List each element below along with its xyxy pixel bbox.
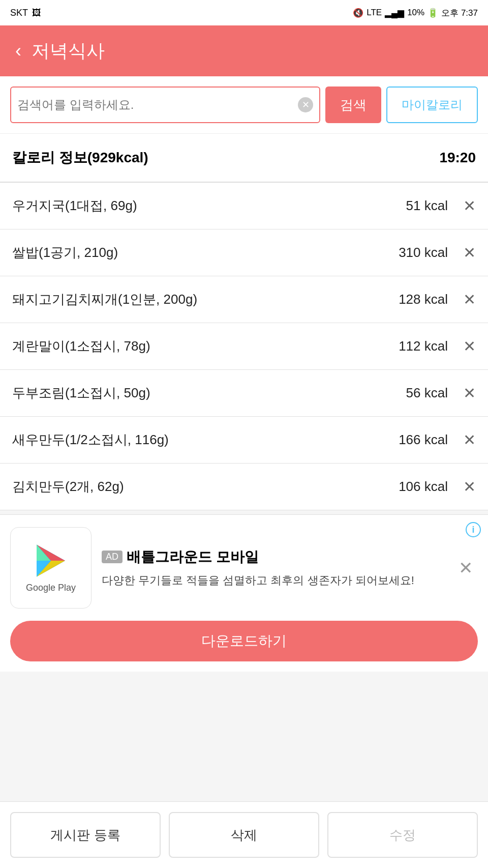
calorie-title: 칼로리 정보(929kcal) [12,148,148,167]
ad-content: Google Play AD 배틀그라운드 모바일 다양한 무기들로 적들을 섬… [0,515,488,621]
ad-description: 다양한 무기들로 적들을 섬멸하고 최후의 생존자가 되어보세요! [102,572,438,589]
food-item-name: 김치만두(2개, 62g) [12,478,387,496]
signal-label: LTE [367,8,382,18]
food-item-remove-button[interactable]: ✕ [463,244,476,262]
page-title: 저녁식사 [32,39,105,64]
food-item-kcal: 128 kcal [387,292,448,307]
food-item-name: 쌀밥(1공기, 210g) [12,244,387,262]
ad-text-section: AD 배틀그라운드 모바일 다양한 무기들로 적들을 섬멸하고 최후의 생존자가… [102,547,438,589]
carrier-label: SKT [10,8,28,18]
food-item-remove-button[interactable]: ✕ [463,384,476,402]
ad-section: i Google Play [0,514,488,672]
food-item-name: 계란말이(1소접시, 78g) [12,337,387,355]
image-icon: 🖼 [32,8,41,18]
food-item: 계란말이(1소접시, 78g) 112 kcal ✕ [0,323,488,370]
food-item: 쌀밥(1공기, 210g) 310 kcal ✕ [0,229,488,276]
food-item: 새우만두(1/2소접시, 116g) 166 kcal ✕ [0,417,488,464]
food-item: 돼지고기김치찌개(1인분, 200g) 128 kcal ✕ [0,276,488,323]
food-item-kcal: 51 kcal [387,198,448,214]
google-play-label: Google Play [26,583,76,593]
download-button[interactable]: 다운로드하기 [10,621,478,661]
edit-button[interactable]: 수정 [327,812,478,858]
food-item: 두부조림(1소접시, 50g) 56 kcal ✕ [0,370,488,417]
download-section: 다운로드하기 [0,621,488,672]
google-play-icon [33,543,69,578]
food-item-name: 새우만두(1/2소접시, 116g) [12,431,387,449]
food-item-name: 우거지국(1대접, 69g) [12,197,387,215]
search-input-wrapper: ✕ [10,86,320,123]
battery-icon: 🔋 [428,8,438,18]
search-section: ✕ 검색 마이칼로리 [0,76,488,134]
ad-close-button[interactable]: ✕ [453,553,478,583]
food-item-kcal: 56 kcal [387,385,448,401]
ad-badge: AD [102,551,123,563]
mute-icon: 🔇 [353,8,363,18]
status-right: 🔇 LTE ▂▄▆ 10% 🔋 오후 7:37 [353,7,478,19]
calorie-header: 칼로리 정보(929kcal) 19:20 [0,134,488,183]
bottom-buttons: 게시판 등록 삭제 수정 [0,801,488,868]
status-bar: SKT 🖼 🔇 LTE ▂▄▆ 10% 🔋 오후 7:37 [0,0,488,25]
search-button[interactable]: 검색 [325,86,381,123]
food-item: 김치만두(2개, 62g) 106 kcal ✕ [0,464,488,510]
food-item: 우거지국(1대접, 69g) 51 kcal ✕ [0,183,488,229]
post-button[interactable]: 게시판 등록 [10,812,161,858]
battery-label: 10% [407,8,424,18]
food-item-kcal: 310 kcal [387,245,448,261]
food-item-remove-button[interactable]: ✕ [463,337,476,355]
clear-icon[interactable]: ✕ [298,97,313,112]
header: ‹ 저녁식사 [0,25,488,76]
ad-info-icon[interactable]: i [466,522,481,537]
calorie-time: 19:20 [439,150,476,166]
signal-bars: ▂▄▆ [385,8,404,18]
food-item-remove-button[interactable]: ✕ [463,291,476,308]
food-item-kcal: 166 kcal [387,432,448,448]
time-label: 오후 7:37 [441,7,478,19]
food-item-remove-button[interactable]: ✕ [463,431,476,449]
back-button[interactable]: ‹ [15,40,21,62]
food-item-remove-button[interactable]: ✕ [463,197,476,215]
food-list: 우거지국(1대접, 69g) 51 kcal ✕ 쌀밥(1공기, 210g) 3… [0,183,488,510]
food-item-kcal: 106 kcal [387,479,448,495]
ad-title: 배틀그라운드 모바일 [127,547,259,567]
search-input[interactable] [17,98,298,112]
status-left: SKT 🖼 [10,8,41,18]
ad-badge-title: AD 배틀그라운드 모바일 [102,547,438,567]
food-item-remove-button[interactable]: ✕ [463,478,476,496]
food-item-name: 돼지고기김치찌개(1인분, 200g) [12,291,387,308]
delete-button[interactable]: 삭제 [169,812,319,858]
food-item-name: 두부조림(1소접시, 50g) [12,384,387,402]
my-calorie-button[interactable]: 마이칼로리 [386,86,478,123]
ad-logo-box: Google Play [10,527,92,609]
food-item-kcal: 112 kcal [387,338,448,354]
